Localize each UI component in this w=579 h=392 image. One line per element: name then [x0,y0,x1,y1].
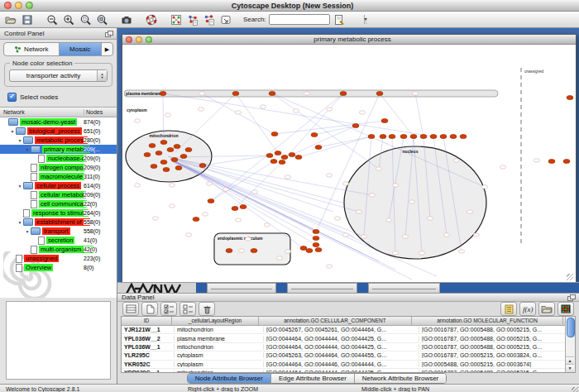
tree-item-unassigned[interactable]: unassigned223(0) [0,254,117,263]
table-row[interactable]: YPL036W__2plasma membrane[GO:0044464, GO… [122,334,565,342]
tab-node-attribute-browser[interactable]: Node Attribute Browser [188,374,270,383]
graph-node-unhighlighted[interactable] [223,188,228,191]
graph-node-unhighlighted[interactable] [385,218,391,222]
graph-node-highlighted[interactable] [156,151,162,155]
graph-node-highlighted[interactable] [269,91,275,95]
filter-network-icon[interactable] [202,12,217,26]
graph-node-highlighted[interactable] [460,134,467,138]
minimize-window-button[interactable] [15,2,22,9]
zoom-selected-icon[interactable] [78,12,93,26]
graph-node-unhighlighted[interactable] [326,108,332,111]
graph-node-unhighlighted[interactable] [169,184,175,187]
save-icon[interactable] [20,12,35,26]
table-row[interactable]: YKR052Ccytoplasm[GO:0044464, GO:0044446,… [122,361,565,369]
background-window-corner[interactable] [196,283,207,293]
graph-edge[interactable] [272,93,379,169]
help-icon[interactable] [144,12,159,26]
graph-edge[interactable] [275,121,385,134]
graph-node-unhighlighted[interactable] [198,108,203,111]
graph-node-unhighlighted[interactable] [427,217,433,220]
graph-node-highlighted[interactable] [240,204,246,208]
background-window-edge[interactable] [440,283,579,293]
column-header[interactable]: _cellularLayoutRegion [172,317,259,325]
graph-node-unhighlighted[interactable] [251,190,257,194]
graph-node-unhighlighted[interactable] [402,235,408,238]
table-row[interactable]: YJR121W__1mitochondrion[GO:0045267, GO:0… [122,326,565,334]
delete-attribute-icon[interactable] [199,302,215,316]
graph-node-highlighted[interactable] [400,134,407,138]
tab-mosaic[interactable]: Mosaic [59,43,102,55]
tab-edge-attribute-browser[interactable]: Edge Attribute Browser [270,374,354,383]
tree-item-multi-organism-pro[interactable]: multi-organism pro42(0) [0,245,117,254]
graph-node-unhighlighted[interactable] [500,165,505,169]
tree-item-biological-process[interactable]: ▼biological_process651(0) [0,127,117,136]
table-row[interactable]: YLR295Ccytoplasm[GO:0045263, GO:0044464,… [122,351,565,360]
table-mode-icon[interactable] [122,302,139,316]
graph-node-unhighlighted[interactable] [276,256,282,260]
graph-node-unhighlighted[interactable] [326,265,332,268]
graph-node-highlighted[interactable] [548,159,555,163]
graph-node-highlighted[interactable] [208,198,214,203]
graph-node-unhighlighted[interactable] [481,185,487,189]
search-config-icon[interactable] [332,12,347,26]
graph-node-unhighlighted[interactable] [185,233,191,237]
background-window-fragment[interactable] [207,283,276,293]
graph-node-unhighlighted[interactable] [458,250,464,253]
tree-item-transport[interactable]: ▼transport558(0) [0,227,117,236]
graph-node-unhighlighted[interactable] [412,92,418,95]
function-builder-icon[interactable]: f(x) [519,302,536,316]
graph-node-highlighted[interactable] [300,246,307,250]
graph-edge[interactable] [236,93,278,153]
graph-node-unhighlighted[interactable] [152,217,158,220]
tree-header-network[interactable]: Network [0,109,84,115]
graph-node-unhighlighted[interactable] [285,250,290,253]
graph-node-highlighted[interactable] [226,248,232,252]
graph-node-highlighted[interactable] [420,134,427,138]
unselect-attributes-icon[interactable] [179,302,196,316]
graph-node-highlighted[interactable] [311,132,318,136]
graph-edge[interactable] [380,93,414,136]
graph-node-highlighted[interactable] [295,155,302,159]
graph-node-highlighted[interactable] [368,134,375,138]
graph-node-unhighlighted[interactable] [453,159,459,162]
network-close-button[interactable] [126,36,132,43]
expand-arrow-icon[interactable]: ▼ [17,138,23,143]
graph-node-unhighlighted[interactable] [369,194,375,197]
graph-node-highlighted[interactable] [174,144,180,148]
graph-edge[interactable] [282,93,343,162]
graph-node-unhighlighted[interactable] [356,210,361,213]
scroll-down-icon[interactable]: ▼ [566,364,574,372]
graph-node-highlighted[interactable] [163,167,170,171]
graph-node-highlighted[interactable] [151,164,157,168]
graph-node-unhighlighted[interactable] [334,217,340,220]
annotation-icon[interactable] [218,12,233,26]
background-window-fragment[interactable] [368,283,440,293]
expand-arrow-icon[interactable]: ▼ [24,229,31,234]
network-window-titlebar[interactable]: primary metabolic process [122,35,576,45]
graph-node-highlighted[interactable] [389,134,395,138]
graph-node-highlighted[interactable] [160,160,167,164]
select-attributes-icon[interactable] [160,302,177,316]
table-row[interactable]: YPL036W__1mitochondrion[GO:0044464, GO:0… [122,343,565,351]
graph-node-highlighted[interactable] [185,147,192,151]
float-panel-icon[interactable] [105,31,112,37]
graph-node-highlighted[interactable] [376,91,383,95]
graph-node-highlighted[interactable] [313,242,319,246]
graph-edge[interactable] [415,93,423,136]
tree-item-primary-metabol[interactable]: ▼primary metabol209(... [0,145,117,154]
graph-node-highlighted[interactable] [271,131,278,136]
tree-item-nitrogen-compo[interactable]: nitrogen compo209(0) [0,163,117,172]
graph-edge[interactable] [314,126,356,135]
graph-node-highlighted[interactable] [180,154,187,158]
graph-node-unhighlighted[interactable] [206,182,212,185]
graph-node-highlighted[interactable] [275,151,281,155]
graph-node-unhighlighted[interactable] [419,251,424,255]
graph-node-highlighted[interactable] [160,91,166,95]
visual-styles-icon[interactable] [185,12,200,26]
graph-node-highlighted[interactable] [410,134,417,138]
graph-node-unhighlighted[interactable] [199,92,204,95]
graph-edge[interactable] [168,156,333,212]
graph-node-unhighlighted[interactable] [245,237,251,241]
tree-item-secretion[interactable]: secretion41(0) [0,236,117,245]
graph-node-unhighlighted[interactable] [235,218,241,222]
